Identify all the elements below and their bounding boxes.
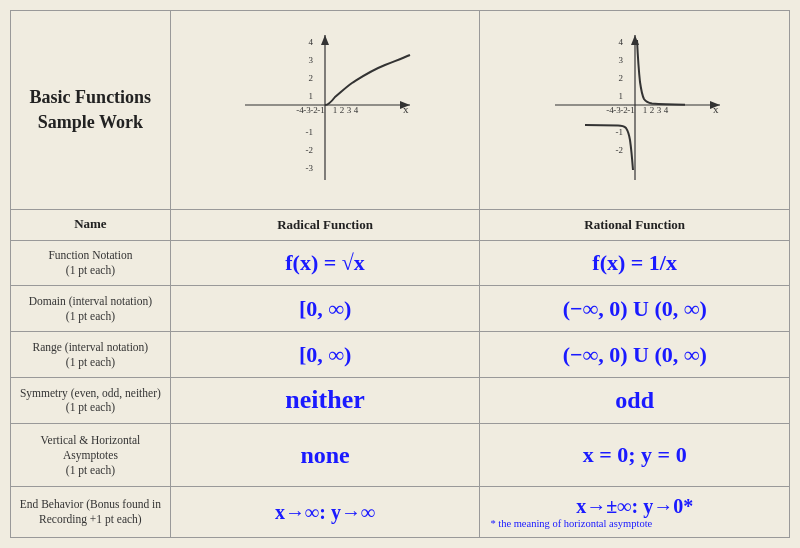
rational-asymptotes-value: x = 0; y = 0 [480,423,790,486]
radical-range-value: [0, ∞) [170,332,480,378]
svg-text:-2: -2 [615,145,623,155]
svg-text:4: 4 [618,37,623,47]
function-notation-row: Function Notation(1 pt each) f(x) = √x f… [11,240,790,286]
svg-text:1: 1 [618,91,623,101]
range-row: Range (interval notation)(1 pt each) [0,… [11,332,790,378]
rational-end-behavior-cell: x→±∞: y→0* * the meaning of horizontal a… [480,487,790,538]
svg-text:4: 4 [663,105,668,115]
rational-col-header: Rational Function [480,210,790,241]
radical-function-value: f(x) = √x [170,240,480,286]
radical-domain-value: [0, ∞) [170,286,480,332]
symmetry-label: Symmetry (even, odd, neither)(1 pt each) [11,377,171,423]
asymptotes-row: Vertical & Horizontal Asymptotes(1 pt ea… [11,423,790,486]
svg-text:1: 1 [642,105,647,115]
domain-row: Domain (interval notation)(1 pt each) [0… [11,286,790,332]
svg-text:1: 1 [309,91,314,101]
rational-function-value: f(x) = 1/x [480,240,790,286]
radical-function-svg: x 4 3 2 1 -1 -2 -3 -4 -3 -2 -1 [235,30,415,190]
rational-graph-cell: x 4 3 2 1 -1 -2 -4 -3 -2 -1 1 [480,11,790,210]
radical-graph-cell: x 4 3 2 1 -1 -2 -3 -4 -3 -2 -1 [170,11,480,210]
svg-text:-1: -1 [317,105,325,115]
function-notation-label: Function Notation(1 pt each) [11,240,171,286]
svg-text:1: 1 [333,105,338,115]
radical-col-header: Radical Function [170,210,480,241]
svg-text:4: 4 [309,37,314,47]
svg-text:x: x [713,103,719,115]
name-header-row: Name Radical Function Rational Function [11,210,790,241]
name-col-header: Name [11,210,171,241]
main-table: Basic Functions Sample Work x [10,10,790,538]
svg-text:x: x [403,103,409,115]
radical-asymptotes-value: none [170,423,480,486]
title-line1: Basic Functions [17,85,164,110]
rational-graph: x 4 3 2 1 -1 -2 -4 -3 -2 -1 1 [484,30,785,190]
svg-text:3: 3 [618,55,623,65]
svg-text:-2: -2 [306,145,314,155]
asymptotes-label: Vertical & Horizontal Asymptotes(1 pt ea… [11,423,171,486]
rational-symmetry-value: odd [480,377,790,423]
symmetry-row: Symmetry (even, odd, neither)(1 pt each)… [11,377,790,423]
svg-text:-1: -1 [627,105,635,115]
title-cell: Basic Functions Sample Work [11,11,171,210]
footnote-text: * the meaning of horizontal asymptote [486,518,783,529]
svg-text:-1: -1 [615,127,623,137]
svg-text:4: 4 [354,105,359,115]
svg-text:-1: -1 [306,127,314,137]
svg-text:3: 3 [347,105,352,115]
radical-end-behavior-value: x→∞: y→∞ [170,487,480,538]
svg-text:2: 2 [340,105,345,115]
svg-text:-3: -3 [306,163,314,173]
domain-label: Domain (interval notation)(1 pt each) [11,286,171,332]
rational-function-svg: x 4 3 2 1 -1 -2 -4 -3 -2 -1 1 [545,30,725,190]
svg-text:3: 3 [656,105,661,115]
title-line2: Sample Work [17,110,164,135]
rational-range-value: (−∞, 0) U (0, ∞) [480,332,790,378]
radical-graph: x 4 3 2 1 -1 -2 -3 -4 -3 -2 -1 [175,30,476,190]
end-behavior-label: End Behavior (Bonus found inRecording +1… [11,487,171,538]
svg-marker-2 [321,35,329,45]
svg-text:2: 2 [309,73,314,83]
radical-symmetry-value: neither [170,377,480,423]
page: Basic Functions Sample Work x [0,0,800,548]
svg-text:3: 3 [309,55,314,65]
svg-text:2: 2 [618,73,623,83]
header-row: Basic Functions Sample Work x [11,11,790,210]
svg-text:2: 2 [649,105,654,115]
rational-domain-value: (−∞, 0) U (0, ∞) [480,286,790,332]
end-behavior-row: End Behavior (Bonus found inRecording +1… [11,487,790,538]
range-label: Range (interval notation)(1 pt each) [11,332,171,378]
